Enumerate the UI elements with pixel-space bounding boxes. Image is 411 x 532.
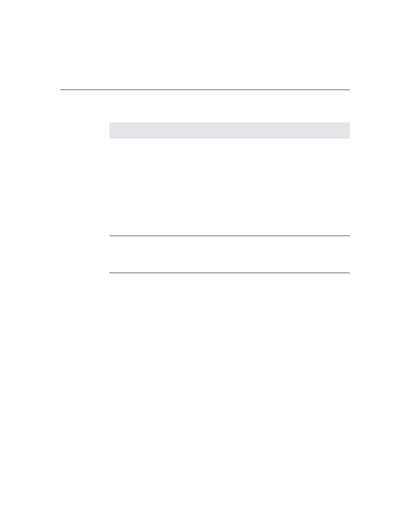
horizontal-rule-mid-1 [109, 236, 350, 236]
horizontal-rule-mid-2 [109, 273, 350, 273]
shaded-bar [109, 122, 350, 139]
document-page [0, 0, 411, 532]
horizontal-rule-top [60, 90, 350, 90]
